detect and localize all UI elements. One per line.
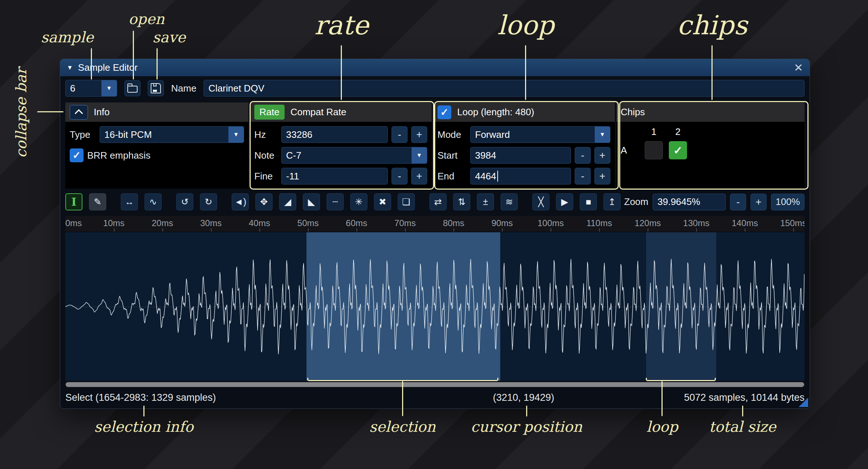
fine-increase-button[interactable]: +: [411, 168, 427, 185]
open-button[interactable]: [124, 80, 140, 96]
reverse-button[interactable]: ⇄: [429, 193, 447, 210]
loop-enable-checkbox[interactable]: ✓: [437, 105, 451, 119]
redo-button[interactable]: ↻: [200, 193, 217, 210]
type-value: 16-bit PCM: [104, 129, 152, 140]
loop-end-label: End: [437, 171, 467, 182]
loop-start-decrease-button[interactable]: -: [575, 147, 591, 164]
loop-start-increase-button[interactable]: +: [594, 147, 610, 164]
zoom-reset-button[interactable]: 100%: [771, 194, 805, 210]
preview-play-button[interactable]: ▶: [556, 193, 573, 210]
resample-button[interactable]: ∿: [144, 193, 162, 210]
loop-mode-value: Forward: [475, 129, 510, 140]
hz-decrease-button[interactable]: -: [391, 126, 408, 143]
name-label: Name: [171, 83, 196, 94]
annotation-loop: loop: [497, 11, 554, 40]
fade-in-button[interactable]: ◢: [279, 193, 296, 210]
resample-icon: ∿: [149, 197, 157, 206]
note-dropdown[interactable]: C-7 ▼: [281, 147, 427, 164]
upload-icon: ↥: [608, 197, 616, 206]
select-tool-button[interactable]: I: [65, 193, 82, 210]
hz-value: 33286: [286, 129, 312, 140]
timeline-label: 110ms: [586, 218, 612, 228]
chips-row-a-label: A: [621, 145, 627, 156]
normalize-button[interactable]: ✥: [255, 193, 273, 210]
loop-panel-body: Mode Forward ▼ Start 3984 - + End: [433, 122, 615, 189]
chips-panel-header: Chips: [616, 102, 805, 122]
waveform-display[interactable]: [65, 232, 805, 381]
resize-icon: ↔: [125, 197, 134, 206]
titlebar[interactable]: ▼ Sample Editor ✕: [60, 59, 810, 76]
draw-tool-icon: ✎: [94, 197, 101, 206]
save-button[interactable]: [148, 80, 164, 96]
loop-mode-dropdown-arrow-icon[interactable]: ▼: [595, 127, 610, 143]
rate-badge[interactable]: Rate: [254, 105, 285, 120]
sample-number-value: 6: [70, 83, 75, 94]
chip-a-2-checkbox[interactable]: ✓: [669, 141, 687, 159]
insert-silence-button[interactable]: ┄: [327, 193, 344, 210]
annotation-sample: sample: [41, 29, 93, 45]
draw-tool-button[interactable]: ✎: [89, 193, 106, 210]
brr-emphasis-checkbox[interactable]: ✓: [70, 148, 84, 162]
annotation-rate: rate: [315, 11, 369, 40]
undo-button[interactable]: ↺: [176, 193, 193, 210]
timeline-tick: [551, 228, 551, 232]
resize-grip[interactable]: [799, 398, 808, 407]
preview-stop-button[interactable]: ■: [580, 193, 597, 210]
window-collapse-icon[interactable]: ▼: [67, 64, 73, 71]
filter-icon: ≋: [505, 197, 513, 206]
hz-input[interactable]: 33286: [281, 126, 388, 143]
name-value: Clarinet DQV: [208, 83, 264, 94]
collapse-panel-button[interactable]: [70, 105, 88, 120]
zoom-input[interactable]: 39.9645%: [653, 194, 726, 210]
timeline-label: 40ms: [249, 218, 270, 228]
sample-number-dropdown[interactable]: 6 ▼: [65, 80, 117, 97]
loop-end-input[interactable]: 4464: [470, 168, 571, 185]
type-dropdown[interactable]: 16-bit PCM ▼: [100, 126, 244, 143]
zoom-in-button[interactable]: +: [751, 194, 767, 210]
timeline-ruler[interactable]: 0ms10ms20ms30ms40ms50ms60ms70ms80ms90ms1…: [65, 216, 805, 232]
invert-button[interactable]: ⇅: [453, 193, 470, 210]
loop-mode-dropdown[interactable]: Forward ▼: [470, 126, 610, 143]
zoom-out-button[interactable]: -: [730, 194, 746, 210]
timeline-tick: [405, 228, 406, 232]
timeline-tick: [648, 228, 648, 232]
close-icon[interactable]: ✕: [794, 61, 803, 74]
dropdown-arrow-icon[interactable]: ▼: [101, 80, 117, 96]
sign-invert-button[interactable]: ±: [477, 193, 494, 210]
chips-panel: Chips 1 2 A ✓: [616, 102, 805, 189]
loop-end-decrease-button[interactable]: -: [575, 168, 591, 185]
upload-button[interactable]: ↥: [603, 193, 621, 210]
type-label: Type: [70, 129, 96, 140]
selection-info-text: Select (1654-2983: 1329 samples): [65, 392, 216, 403]
loop-end-increase-button[interactable]: +: [594, 168, 610, 185]
chip-a-1-checkbox[interactable]: [645, 141, 663, 159]
zoom-label: Zoom: [624, 196, 648, 208]
timeline-label: 60ms: [346, 218, 367, 228]
resize-button[interactable]: ↔: [121, 193, 138, 210]
reverse-icon: ⇄: [434, 197, 442, 206]
timeline-label: 150ms: [780, 218, 805, 228]
name-input[interactable]: Clarinet DQV: [204, 80, 805, 97]
fine-decrease-button[interactable]: -: [391, 168, 408, 185]
note-dropdown-arrow-icon[interactable]: ▼: [412, 147, 427, 163]
zoom-controls: Zoom 39.9645% - + 100%: [624, 194, 805, 210]
delete-button[interactable]: ✖: [374, 193, 391, 210]
open-folder-icon: [127, 86, 138, 93]
fade-out-button[interactable]: ◣: [303, 193, 320, 210]
amplify-button[interactable]: ◄): [232, 193, 249, 210]
crossfade-button[interactable]: ╳: [532, 193, 549, 210]
hz-row: Hz 33286 - +: [254, 126, 427, 143]
timeline-label: 90ms: [491, 218, 513, 228]
trim-button[interactable]: ❏: [398, 193, 415, 210]
scrollbar-thumb[interactable]: [66, 382, 804, 387]
note-value: C-7: [286, 150, 301, 161]
hz-increase-button[interactable]: +: [411, 126, 427, 143]
type-dropdown-arrow-icon[interactable]: ▼: [228, 127, 244, 143]
filter-button[interactable]: ≋: [501, 193, 518, 210]
rate-panel-header: Rate Compat Rate: [250, 102, 432, 122]
apply-silence-button[interactable]: ✳: [350, 193, 367, 210]
loop-start-input[interactable]: 3984: [470, 147, 571, 164]
horizontal-scrollbar[interactable]: [65, 382, 805, 387]
fine-input[interactable]: -11: [281, 168, 388, 185]
cursor-position-text: (3210, 19429): [493, 392, 554, 403]
